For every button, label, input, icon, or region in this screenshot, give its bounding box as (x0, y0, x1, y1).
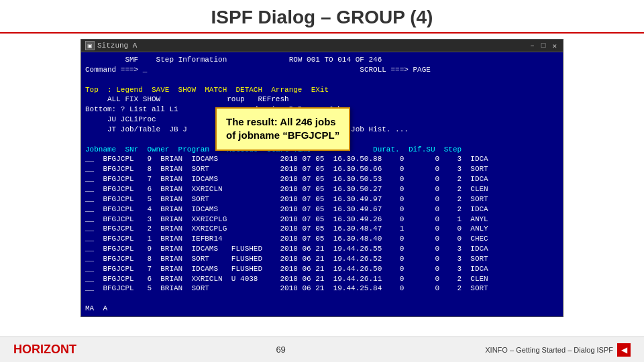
command-line: Command ===> _ SCROLL ===> PAGE (85, 65, 559, 75)
maximize-button[interactable]: □ (539, 42, 548, 50)
terminal-titlebar: ▣ Sitzung A – □ ✕ (81, 40, 563, 52)
footer-page-number: 69 (276, 345, 285, 355)
table-row: __ BFGJCPL 6 BRIAN XXRICLN U 4038 2018 0… (85, 274, 559, 284)
main-content: ▣ Sitzung A – □ ✕ SMF Step Information R… (0, 34, 644, 317)
terminal-icon: ▣ (85, 41, 95, 50)
footer-logo: HORIZONT (13, 343, 76, 357)
terminal-title-left: ▣ Sitzung A (85, 41, 137, 50)
footer-right: XINFO – Getting Started – Dialog ISPF ◀ (485, 343, 631, 357)
all-fix-line: ALL FIX SHOW roup REFresh (85, 95, 559, 105)
table-row: __ BFGJCPL 6 BRIAN XXRICLN 2018 07 05 16… (85, 184, 559, 194)
terminal-controls: – □ ✕ (528, 42, 559, 50)
table-row: __ BFGJCPL 7 BRIAN IDCAMS FLUSHED 2018 0… (85, 264, 559, 274)
terminal-title: Sitzung A (97, 42, 137, 50)
callout-line2: of jobname “BFGJCPL” (226, 129, 339, 142)
logo-text: RIZONT (32, 343, 76, 356)
spacer-line (85, 75, 559, 85)
status-line: MA A (85, 304, 559, 314)
terminal-body: SMF Step Information ROW 001 TO 014 OF 2… (81, 52, 563, 316)
callout-line1: The result: All 246 jobs (226, 115, 339, 129)
page-title: ISPF Dialog – GROUP (4) (0, 7, 644, 28)
minimize-button[interactable]: – (528, 42, 537, 50)
terminal-window: ▣ Sitzung A – □ ✕ SMF Step Information R… (80, 39, 564, 317)
callout-box: The result: All 246 jobs of jobname “BFG… (215, 107, 350, 151)
footer: HORIZONT 69 XINFO – Getting Started – Di… (0, 337, 644, 362)
nav-icon[interactable]: ◀ (617, 343, 631, 357)
logo-accent: HO (13, 343, 32, 356)
table-row: __ BFGJCPL 9 BRIAN IDCAMS FLUSHED 2018 0… (85, 244, 559, 254)
table-row: __ BFGJCPL 8 BRIAN SORT FLUSHED 2018 06 … (85, 254, 559, 264)
table-row: __ BFGJCPL 2 BRIAN XXRICPLG 2018 07 05 1… (85, 224, 559, 234)
spacer-line3 (85, 294, 559, 304)
top-line: Top : Legend SAVE SHOW MATCH DETACH Arra… (85, 85, 559, 95)
smf-header-line: SMF Step Information ROW 001 TO 014 OF 2… (85, 55, 559, 65)
table-row: __ BFGJCPL 1 BRIAN IEFBR14 2018 07 05 16… (85, 234, 559, 244)
footer-nav-text: XINFO – Getting Started – Dialog ISPF (485, 346, 613, 354)
table-row: __ BFGJCPL 9 BRIAN IDCAMS 2018 07 05 16.… (85, 154, 559, 164)
table-row: __ BFGJCPL 7 BRIAN IDCAMS 2018 07 05 16.… (85, 174, 559, 184)
table-row: __ BFGJCPL 5 BRIAN SORT 2018 06 21 19.44… (85, 284, 559, 294)
table-row: __ BFGJCPL 4 BRIAN IDCAMS 2018 07 05 16.… (85, 204, 559, 215)
table-row: __ BFGJCPL 8 BRIAN SORT 2018 07 05 16.30… (85, 164, 559, 174)
table-row: __ BFGJCPL 3 BRIAN XXRICPLG 2018 07 05 1… (85, 215, 559, 225)
table-row: __ BFGJCPL 5 BRIAN SORT 2018 07 05 16.30… (85, 194, 559, 204)
close-button[interactable]: ✕ (550, 42, 559, 50)
page-header: ISPF Dialog – GROUP (4) (0, 0, 644, 34)
